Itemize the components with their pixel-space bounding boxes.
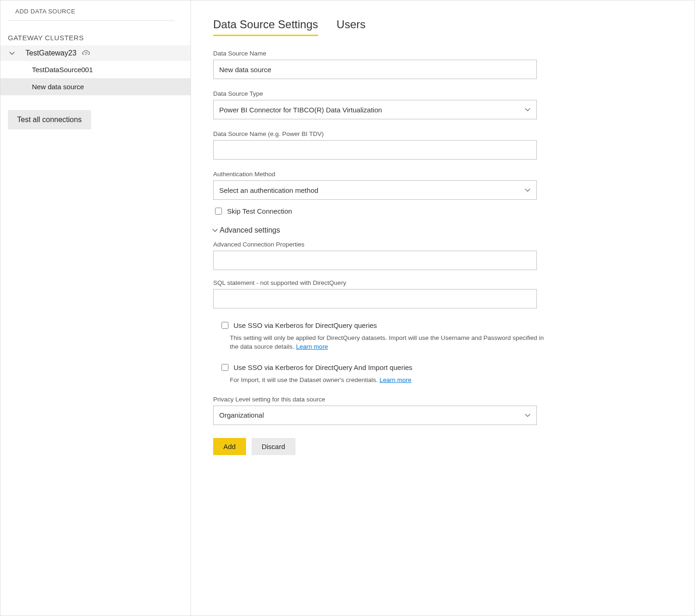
input-advanced-connection-properties[interactable] [213,251,537,270]
chevron-down-icon [524,412,531,419]
field-privacy-level: Privacy Level setting for this data sour… [213,396,672,425]
field-authentication-method: Authentication Method Select an authenti… [213,171,672,200]
sidebar-header: ADD DATA SOURCE [8,6,174,21]
chevron-down-icon [524,106,531,113]
tab-users[interactable]: Users [337,18,366,36]
checkbox-sso-directquery-import-input[interactable] [221,364,228,371]
label-advanced-connection-properties: Advanced Connection Properties [213,241,672,248]
label-sql-statement: SQL statement - not supported with Direc… [213,279,672,286]
cloud-sync-icon [82,49,90,57]
discard-button[interactable]: Discard [252,438,295,455]
cluster-name: TestGateway23 [25,49,76,57]
sso-section: Use SSO via Kerberos for DirectQuery que… [220,320,672,385]
button-row: Add Discard [213,438,672,455]
chevron-down-icon [524,187,531,193]
main-panel: Data Source Settings Users Data Source N… [191,0,695,616]
sso-directquery-help: This setting will only be applied for Di… [230,334,544,351]
sso-directquery-import-help: For Import, it will use the Dataset owne… [230,376,544,385]
add-button[interactable]: Add [213,438,246,455]
test-all-connections-button[interactable]: Test all connections [8,110,91,129]
select-privacy-level-value: Organizational [219,411,264,419]
tab-data-source-settings[interactable]: Data Source Settings [213,18,318,36]
field-advanced-connection-properties: Advanced Connection Properties [213,241,672,270]
checkbox-sso-directquery: Use SSO via Kerberos for DirectQuery que… [220,320,672,330]
checkbox-sso-directquery-input[interactable] [221,322,228,329]
sidebar-item-datasource-0[interactable]: TestDataSource001 [0,61,191,78]
sso-directquery-help-text: This setting will only be applied for Di… [230,334,544,350]
select-data-source-type[interactable]: Power BI Connector for TIBCO(R) Data Vir… [213,100,537,119]
select-data-source-type-value: Power BI Connector for TIBCO(R) Data Vir… [219,106,382,114]
input-data-source-name[interactable] [213,60,537,79]
label-data-source-type: Data Source Type [213,90,672,97]
checkbox-sso-directquery-import-label: Use SSO via Kerberos for DirectQuery And… [234,363,412,371]
select-authentication-method[interactable]: Select an authentication method [213,180,537,200]
field-sql-statement: SQL statement - not supported with Direc… [213,279,672,308]
sidebar: ADD DATA SOURCE GATEWAY CLUSTERS TestGat… [0,0,191,616]
chevron-down-icon [211,227,219,234]
input-sql-statement[interactable] [213,289,537,308]
label-data-source-name: Data Source Name [213,50,672,57]
sidebar-item-datasource-1[interactable]: New data source [0,78,191,95]
label-privacy-level: Privacy Level setting for this data sour… [213,396,672,403]
checkbox-skip-test-label: Skip Test Connection [227,207,292,215]
label-data-source-name-2: Data Source Name (e.g. Power BI TDV) [213,130,672,137]
app-root: ADD DATA SOURCE GATEWAY CLUSTERS TestGat… [0,0,695,616]
checkbox-skip-test: Skip Test Connection [213,206,672,216]
field-data-source-name: Data Source Name [213,50,672,79]
learn-more-link-2[interactable]: Learn more [380,376,412,383]
cluster-row[interactable]: TestGateway23 [0,45,191,61]
advanced-settings-toggle[interactable]: Advanced settings [211,226,672,234]
sso-directquery-import-help-text: For Import, it will use the Dataset owne… [230,376,380,383]
advanced-settings-label: Advanced settings [220,226,280,234]
field-data-source-type: Data Source Type Power BI Connector for … [213,90,672,119]
field-data-source-name-2: Data Source Name (e.g. Power BI TDV) [213,130,672,160]
checkbox-sso-directquery-import: Use SSO via Kerberos for DirectQuery And… [220,363,672,372]
checkbox-sso-directquery-label: Use SSO via Kerberos for DirectQuery que… [234,321,377,329]
chevron-down-icon [8,49,16,57]
label-authentication-method: Authentication Method [213,171,672,178]
input-data-source-name-2[interactable] [213,140,537,160]
clusters-title: GATEWAY CLUSTERS [0,34,191,45]
select-authentication-method-value: Select an authentication method [219,186,318,194]
tabs: Data Source Settings Users [213,18,672,36]
select-privacy-level[interactable]: Organizational [213,406,537,425]
checkbox-skip-test-input[interactable] [215,208,222,215]
learn-more-link-1[interactable]: Learn more [296,343,328,350]
